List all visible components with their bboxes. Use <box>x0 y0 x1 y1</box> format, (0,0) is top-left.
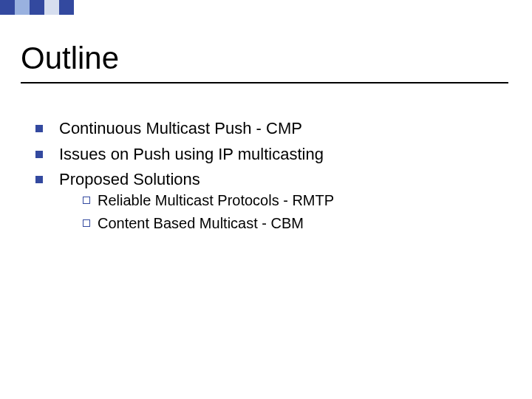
list-item-text: Continuous Multicast Push - CMP <box>59 118 302 140</box>
list-item-text: Issues on Push using IP multicasting <box>59 144 324 166</box>
title-area: Outline <box>21 41 502 83</box>
accent-square-icon <box>30 0 44 15</box>
hollow-square-bullet-icon <box>83 219 90 227</box>
list-item: Proposed Solutions Reliable Multicast Pr… <box>35 169 495 236</box>
accent-square-icon <box>44 0 59 15</box>
square-bullet-icon <box>35 151 43 158</box>
accent-square-icon <box>0 0 15 15</box>
sub-list-item-text: Reliable Multicast Protocols - RMTP <box>98 191 334 211</box>
accent-square-icon <box>59 0 74 15</box>
sub-list-item-text: Content Based Multicast - CBM <box>98 214 304 233</box>
sub-list-item: Content Based Multicast - CBM <box>83 214 495 233</box>
slide: Outline Continuous Multicast Push - CMP … <box>0 0 532 399</box>
accent-top <box>0 0 74 15</box>
list-item: Continuous Multicast Push - CMP <box>35 118 495 140</box>
square-bullet-icon <box>35 176 43 183</box>
hollow-square-bullet-icon <box>83 197 90 204</box>
accent-square-icon <box>15 0 30 15</box>
square-bullet-icon <box>35 125 43 132</box>
list-item-text: Proposed Solutions <box>59 169 495 191</box>
sub-list: Reliable Multicast Protocols - RMTP Cont… <box>83 191 495 233</box>
list-item: Issues on Push using IP multicasting <box>35 144 495 166</box>
body-area: Continuous Multicast Push - CMP Issues o… <box>35 118 495 241</box>
title-rule <box>21 82 508 83</box>
slide-title: Outline <box>21 41 502 76</box>
sub-list-item: Reliable Multicast Protocols - RMTP <box>83 191 495 211</box>
